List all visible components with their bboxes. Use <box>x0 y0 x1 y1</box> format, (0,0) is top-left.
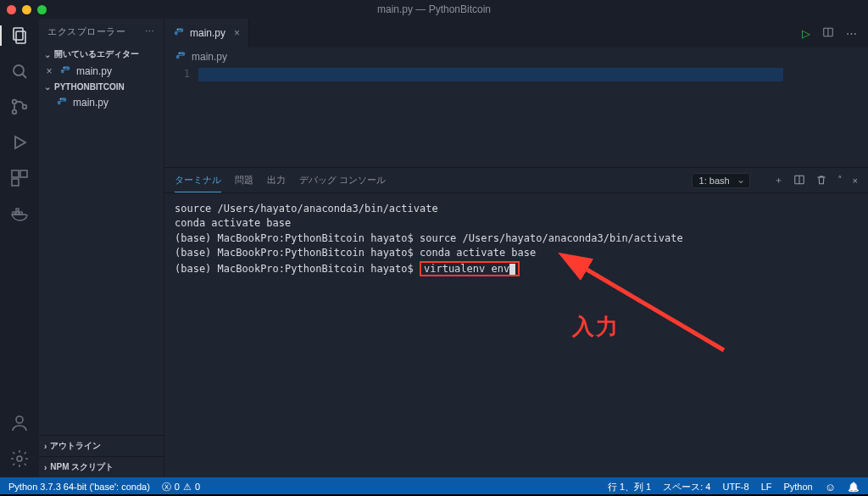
outline-section[interactable]: › アウトライン <box>39 435 164 456</box>
svg-rect-0 <box>14 28 23 40</box>
titlebar: main.py — PythonBitcoin <box>0 0 868 19</box>
account-icon[interactable] <box>9 413 30 433</box>
terminal-line: source /Users/hayato/anaconda3/bin/activ… <box>175 202 858 216</box>
run-debug-icon[interactable] <box>9 132 30 153</box>
svg-point-16 <box>17 456 22 461</box>
status-python[interactable]: Python 3.7.3 64-bit ('base': conda) <box>8 482 150 492</box>
explorer-sidebar: エクスプローラー ⋯ ⌄ 開いているエディター × main.py ⌄ PYTH… <box>39 19 164 477</box>
terminal-select[interactable]: 1: bash <box>692 173 750 188</box>
debug-console-tab[interactable]: デバッグ コンソール <box>299 169 386 192</box>
folder-label: PYTHONBITCOIN <box>54 82 125 92</box>
status-indent[interactable]: スペース: 4 <box>663 481 710 493</box>
problems-tab[interactable]: 問題 <box>235 169 253 192</box>
python-file-icon <box>175 51 186 63</box>
source-control-icon[interactable] <box>9 97 30 117</box>
svg-point-19 <box>177 29 178 30</box>
svg-point-4 <box>13 100 17 104</box>
svg-marker-7 <box>15 137 25 148</box>
split-terminal-icon[interactable] <box>793 174 805 187</box>
explorer-title: エクスプローラー <box>47 25 125 38</box>
close-panel-icon[interactable]: × <box>853 176 858 186</box>
line-number: 1 <box>164 68 190 80</box>
outline-label: アウトライン <box>50 440 101 452</box>
open-editor-filename: main.py <box>76 65 112 77</box>
terminal-tab[interactable]: ターミナル <box>175 169 221 192</box>
line-gutter: 1 <box>164 66 198 167</box>
breadcrumb-file: main.py <box>192 51 227 63</box>
editor-more-icon[interactable]: ⋯ <box>846 27 858 40</box>
docker-icon[interactable] <box>9 203 30 224</box>
annotation-label: 入力 <box>572 312 620 342</box>
open-editors-section[interactable]: ⌄ 開いているエディター <box>39 45 164 64</box>
chevron-right-icon: › <box>44 463 47 472</box>
close-tab-icon[interactable]: × <box>234 27 240 39</box>
output-tab[interactable]: 出力 <box>267 169 286 192</box>
python-file-icon <box>59 65 71 77</box>
maximize-panel-icon[interactable]: ˄ <box>837 175 843 186</box>
tab-label: main.py <box>190 27 225 39</box>
svg-point-5 <box>13 110 17 114</box>
explorer-icon[interactable] <box>9 25 30 46</box>
svg-point-22 <box>179 53 180 53</box>
highlighted-command: virtualenv env <box>420 261 520 276</box>
svg-rect-1 <box>16 31 25 43</box>
terminal-selector[interactable]: 1: bash <box>692 173 750 188</box>
svg-point-6 <box>23 105 27 109</box>
chevron-right-icon: › <box>44 442 47 451</box>
folder-section[interactable]: ⌄ PYTHONBITCOIN <box>39 79 164 95</box>
svg-point-2 <box>14 65 24 75</box>
close-editor-icon[interactable]: × <box>44 65 54 77</box>
settings-gear-icon[interactable] <box>9 449 30 469</box>
window-controls <box>7 5 47 14</box>
editor-tab[interactable]: main.py × <box>164 19 249 47</box>
file-tree-item[interactable]: main.py <box>39 95 164 110</box>
run-file-icon[interactable]: ▷ <box>802 27 810 40</box>
feedback-icon[interactable] <box>825 481 836 493</box>
chevron-down-icon: ⌄ <box>44 82 51 92</box>
breadcrumb[interactable]: main.py <box>164 47 868 66</box>
open-editors-label: 開いているエディター <box>54 48 139 60</box>
status-language[interactable]: Python <box>783 482 812 492</box>
activity-bar <box>0 19 39 477</box>
error-icon: ⓧ <box>162 481 171 493</box>
search-icon[interactable] <box>9 61 30 81</box>
split-editor-icon[interactable] <box>822 26 834 41</box>
new-terminal-icon[interactable]: ＋ <box>774 174 783 187</box>
svg-rect-14 <box>16 209 19 211</box>
minimize-window-button[interactable] <box>22 5 31 14</box>
terminal-body[interactable]: source /Users/hayato/anaconda3/bin/activ… <box>164 193 868 477</box>
status-eol[interactable]: LF <box>761 482 772 492</box>
terminal-cursor <box>509 264 515 275</box>
warning-icon: ⚠ <box>183 482 192 493</box>
open-editor-item[interactable]: × main.py <box>39 64 164 79</box>
terminal-line: (base) MacBookPro:PythonBitcoin hayato$ … <box>175 261 858 276</box>
svg-line-3 <box>23 75 27 79</box>
npm-scripts-section[interactable]: › NPM スクリプト <box>39 456 164 477</box>
zoom-window-button[interactable] <box>37 5 47 14</box>
editor-tabbar: main.py × ▷ ⋯ <box>164 19 868 47</box>
bottom-panel: ターミナル 問題 出力 デバッグ コンソール 1: bash ＋ <box>164 167 868 477</box>
extensions-icon[interactable] <box>9 168 30 188</box>
explorer-more-icon[interactable]: ⋯ <box>145 26 155 37</box>
svg-rect-10 <box>12 179 19 186</box>
status-bar: Python 3.7.3 64-bit ('base': conda) ⓧ0 ⚠… <box>0 477 868 496</box>
svg-rect-8 <box>12 170 19 177</box>
npm-scripts-label: NPM スクリプト <box>50 461 114 473</box>
notifications-icon[interactable] <box>848 482 860 493</box>
close-window-button[interactable] <box>7 5 16 14</box>
chevron-down-icon: ⌄ <box>44 50 51 59</box>
status-problems[interactable]: ⓧ0 ⚠0 <box>162 481 200 493</box>
minimap[interactable] <box>834 66 868 167</box>
svg-point-15 <box>16 416 23 423</box>
terminal-line: (base) MacBookPro:PythonBitcoin hayato$ … <box>175 231 858 246</box>
code-editor[interactable]: 1 <box>164 66 868 167</box>
python-file-icon <box>173 27 185 39</box>
status-line-col[interactable]: 行 1、列 1 <box>608 481 651 493</box>
svg-point-18 <box>60 98 61 99</box>
terminal-line: conda activate base <box>175 216 858 231</box>
status-encoding[interactable]: UTF-8 <box>722 482 748 492</box>
file-name: main.py <box>73 97 108 109</box>
svg-point-17 <box>64 67 64 68</box>
kill-terminal-icon[interactable] <box>815 174 827 187</box>
svg-rect-9 <box>20 170 27 177</box>
